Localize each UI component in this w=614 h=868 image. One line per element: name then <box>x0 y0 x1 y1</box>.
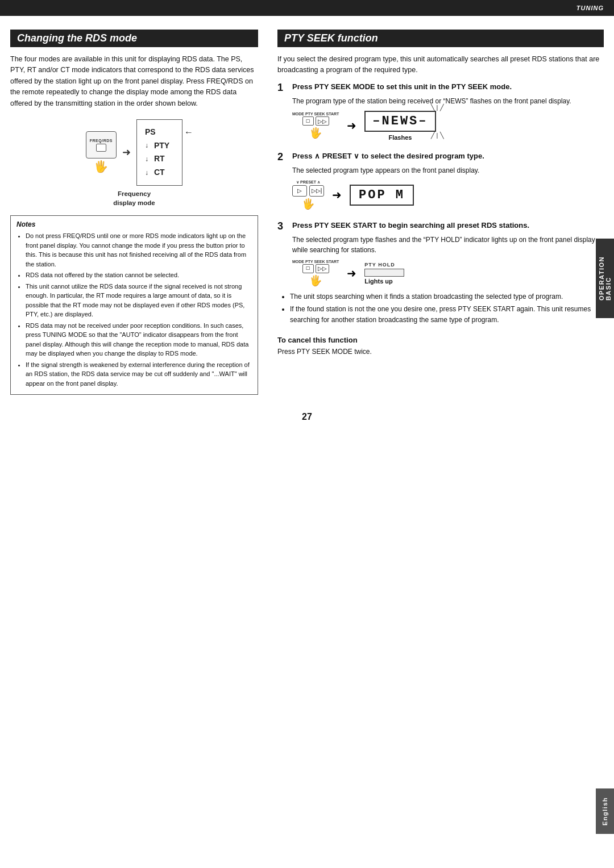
ct-down-arrow: ↓ <box>145 167 148 178</box>
pty-hold-label: PTY HOLD <box>364 262 395 268</box>
arrow-step1: ➜ <box>347 119 356 132</box>
english-tab: English <box>596 788 614 834</box>
mode-list-wrapper: PS ← ↓ PTY ↓ RT ↓ CT <box>136 119 182 186</box>
pty-diagram-1: MODE PTY SEEK START ☐ ▷▷ 🖐 ➜ ╲ | ╱ <box>292 111 604 141</box>
pty-arrow-btn-1: ▷▷ <box>316 116 329 126</box>
cancel-heading: To cancel this function <box>277 336 604 344</box>
left-body-text: The four modes are available in this uni… <box>10 54 258 109</box>
step-3-heading: Press PTY SEEK START to begin searching … <box>292 220 529 231</box>
diagram-caption: Frequency display mode <box>113 189 155 207</box>
freq-rds-button: FREQ/RDS <box>86 131 117 158</box>
notes-title: Notes <box>16 220 252 228</box>
left-column: Changing the RDS mode The four modes are… <box>10 30 272 395</box>
arrow-step3: ➜ <box>347 266 356 280</box>
pty-btn-labels-3: MODE PTY SEEK START <box>292 260 339 264</box>
pty-arrow-btn-3: ▷▷ <box>316 264 329 273</box>
pty-btn-labels-1: MODE PTY SEEK START <box>292 112 339 116</box>
preset-btn-1: ▷ <box>292 185 307 197</box>
cancel-text: Press PTY SEEK MODE twice. <box>277 347 604 357</box>
tuning-label: TUNING <box>576 5 604 11</box>
mode-rt: ↓ RT <box>145 152 165 166</box>
lights-up-label: Lights up <box>364 278 393 285</box>
preset-btns: ▷ ▷▷| <box>292 185 324 197</box>
mode-ps: PS ← <box>145 126 156 139</box>
left-section-title: Changing the RDS mode <box>10 30 258 47</box>
page-number: 27 <box>0 395 614 433</box>
news-display: –NEWS– <box>364 111 435 132</box>
corner-tr: ╲ | ╱ <box>431 104 444 111</box>
flashes-label: Flashes <box>388 134 412 141</box>
mode-rt-text: RT <box>154 152 165 166</box>
left-arrow-ps: ← <box>184 124 193 140</box>
mode-pty-seek-start-btn: MODE PTY SEEK START ☐ ▷▷ 🖐 <box>292 112 339 139</box>
step-3-block: 3 Press PTY SEEK START to begin searchin… <box>277 220 604 326</box>
pty-hold-display: PTY HOLD Lights up <box>364 262 404 285</box>
step-1-block: 1 Press PTY SEEK MODE to set this unit i… <box>277 82 604 141</box>
note-item-4: RDS data may not be received under poor … <box>26 321 252 358</box>
rds-mode-diagram: FREQ/RDS 🖐 ➜ PS ← ↓ PT <box>10 119 258 207</box>
start-label-3: START <box>326 260 339 264</box>
pty-diagram-3: MODE PTY SEEK START ☐ ▷▷ 🖐 ➜ PTY HOLD Li… <box>292 260 604 287</box>
news-relative-wrapper: ╲ | ╱ ╱ | ╲ –NEWS– <box>364 111 435 132</box>
main-content: Changing the RDS mode The four modes are… <box>0 16 614 395</box>
freq-btn-label: FREQ/RDS <box>90 139 113 143</box>
start-label: START <box>326 112 339 116</box>
pty-down-arrow: ↓ <box>145 140 148 151</box>
notes-box: Notes Do not press FREQ/RDS until one or… <box>10 215 258 395</box>
mode-label-3: MODE <box>292 260 304 264</box>
step-3-row: 3 Press PTY SEEK START to begin searchin… <box>277 220 604 232</box>
step-2-block: 2 Press ∧ PRESET ∨ to select the desired… <box>277 151 604 210</box>
right-section-title: PTY SEEK function <box>277 30 604 47</box>
cancel-section: To cancel this function Press PTY SEEK M… <box>277 336 604 357</box>
notes-list: Do not press FREQ/RDS until one or more … <box>16 231 252 388</box>
step-1-row: 1 Press PTY SEEK MODE to set this unit i… <box>277 82 604 94</box>
pty-btn-row-3: ☐ ▷▷ <box>302 264 329 273</box>
step-2-row: 2 Press ∧ PRESET ∨ to select the desired… <box>277 151 604 163</box>
freq-btn-square <box>96 144 106 152</box>
news-display-wrapper: ╲ | ╱ ╱ | ╲ –NEWS– Flashes <box>364 111 435 141</box>
hand-icon-step2: 🖐 <box>302 198 314 210</box>
preset-btn-2: ▷▷| <box>309 185 324 197</box>
preset-btn-group: ∨ PRESET ∧ ▷ ▷▷| 🖐 <box>292 180 324 210</box>
mode-label: MODE <box>292 112 304 116</box>
note-item-1: Do not press FREQ/RDS until one or more … <box>26 231 252 269</box>
preset-labels: ∨ PRESET ∧ <box>296 180 320 185</box>
step-3-desc: The selected program type flashes and th… <box>292 235 604 255</box>
mode-list: PS ← ↓ PTY ↓ RT ↓ CT <box>136 119 182 186</box>
pop-display: POP M <box>350 185 414 206</box>
step-2-desc: The selected program type appears on the… <box>292 165 604 176</box>
arrow-step2: ➜ <box>332 188 342 202</box>
pty-seek-label-3: PTY SEEK <box>305 260 325 264</box>
corner-br: ╱ | ╲ <box>431 132 444 139</box>
pty-btn-row-1: ☐ ▷▷ <box>302 116 329 126</box>
basic-operation-tab: OPERATION BASIC <box>596 239 614 318</box>
step-1-num: 1 <box>277 82 288 94</box>
step-1-heading: Press PTY SEEK MODE to set this unit in … <box>292 82 512 93</box>
step-3-num: 3 <box>277 220 288 232</box>
mode-pty-text: PTY <box>154 139 169 153</box>
top-bar: TUNING <box>0 0 614 16</box>
rt-down-arrow: ↓ <box>145 153 148 165</box>
hand-icon: 🖐 <box>94 160 108 173</box>
step-3-bullet-1: The unit stops searching when it finds a… <box>290 291 604 302</box>
mode-pty-seek-start-btn-3: MODE PTY SEEK START ☐ ▷▷ 🖐 <box>292 260 339 287</box>
note-item-5: If the signal strength is weakened by ex… <box>26 360 252 389</box>
diagram-inner: FREQ/RDS 🖐 ➜ PS ← ↓ PT <box>86 119 182 186</box>
step-3-bullet-2: If the found station is not the one you … <box>290 304 604 325</box>
step-3-bullets: The unit stops searching when it finds a… <box>277 291 604 326</box>
note-item-3: This unit cannot utilize the RDS data so… <box>26 282 252 319</box>
arrow-right-icon: ➜ <box>122 146 131 158</box>
pty-sq-btn-1: ☐ <box>302 116 314 126</box>
basic-operation-text: OPERATION BASIC <box>598 256 612 301</box>
pty-seek-label: PTY SEEK <box>305 112 325 116</box>
hand-icon-step1: 🖐 <box>309 127 322 139</box>
hand-icon-step3: 🖐 <box>309 274 322 287</box>
step-1-desc: The program type of the station being re… <box>292 96 604 106</box>
mode-ct: ↓ CT <box>145 166 165 180</box>
step-2-num: 2 <box>277 151 288 163</box>
right-column: PTY SEEK function If you select the desi… <box>272 30 604 395</box>
pty-hold-indicator <box>364 269 404 277</box>
right-intro: If you select the desired program type, … <box>277 54 604 76</box>
pty-sq-btn-3: ☐ <box>302 264 314 273</box>
mode-pty: ↓ PTY <box>145 139 169 153</box>
